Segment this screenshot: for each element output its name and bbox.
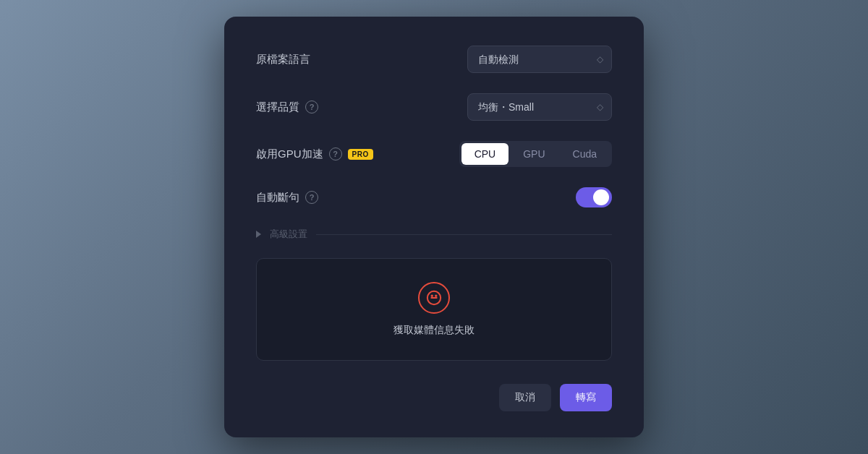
gpu-button[interactable]: GPU: [510, 143, 558, 165]
auto-sentence-toggle[interactable]: [576, 187, 612, 207]
advanced-label-text: 高級設置: [270, 228, 307, 241]
gpu-toggle-group: CPU GPU Cuda: [459, 141, 612, 167]
svg-point-3: [435, 296, 436, 296]
error-message: 獲取媒體信息失敗: [393, 324, 475, 337]
auto-sentence-row: 自動斷句 ?: [256, 187, 612, 207]
svg-point-2: [432, 296, 433, 296]
quality-select[interactable]: 均衡・Small: [467, 93, 612, 121]
language-select-wrapper: 自動檢測 ◇: [467, 46, 612, 73]
advanced-chevron-icon: [256, 231, 261, 238]
quality-select-wrapper: 均衡・Small ◇: [467, 93, 612, 121]
gpu-help-icon[interactable]: ?: [329, 147, 342, 160]
quality-row: 選擇品質 ? 均衡・Small ◇: [256, 93, 612, 121]
convert-button[interactable]: 轉寫: [560, 384, 612, 411]
cpu-button[interactable]: CPU: [461, 143, 509, 165]
error-icon: [418, 282, 450, 314]
settings-dialog: 原檔案語言 自動檢測 ◇ 選擇品質 ? 均衡・Small ◇ 啟用GPU加速 ?…: [224, 17, 644, 437]
cuda-button[interactable]: Cuda: [560, 143, 610, 165]
language-label-text: 原檔案語言: [256, 53, 310, 67]
quality-label-text: 選擇品質: [256, 100, 299, 114]
advanced-divider: [316, 234, 612, 235]
quality-help-icon[interactable]: ?: [305, 100, 318, 113]
gpu-label-text: 啟用GPU加速: [256, 147, 323, 161]
button-row: 取消 轉寫: [256, 384, 612, 411]
auto-sentence-label-text: 自動斷句: [256, 191, 299, 205]
advanced-settings-row[interactable]: 高級設置: [256, 228, 612, 241]
language-row: 原檔案語言 自動檢測 ◇: [256, 46, 612, 73]
error-box: 獲取媒體信息失敗: [256, 258, 612, 361]
quality-label: 選擇品質 ?: [256, 100, 318, 114]
auto-sentence-label: 自動斷句 ?: [256, 191, 318, 205]
cancel-button[interactable]: 取消: [499, 384, 551, 411]
gpu-label: 啟用GPU加速 ? PRO: [256, 147, 373, 161]
language-select[interactable]: 自動檢測: [467, 46, 612, 73]
language-label: 原檔案語言: [256, 53, 310, 67]
auto-sentence-help-icon[interactable]: ?: [305, 191, 318, 204]
gpu-row: 啟用GPU加速 ? PRO CPU GPU Cuda: [256, 141, 612, 167]
pro-badge: PRO: [348, 149, 373, 160]
